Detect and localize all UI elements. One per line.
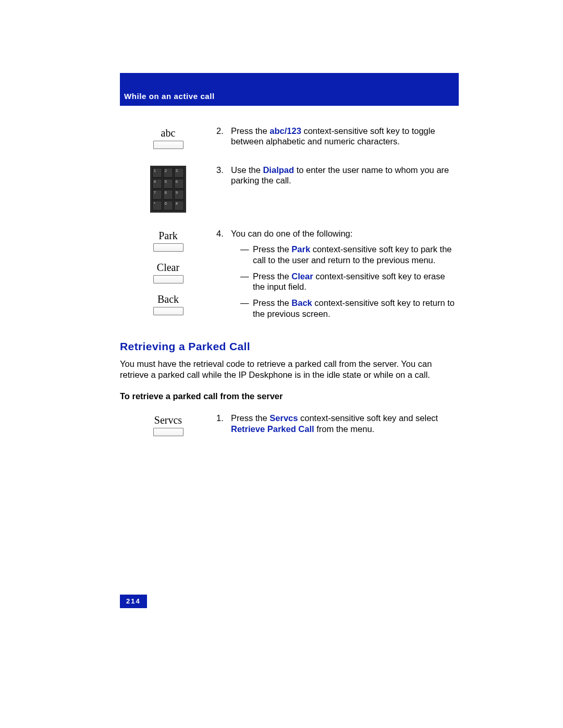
dialpad-icon: 123 456 789 *0#: [150, 166, 186, 213]
park-button-icon: [153, 243, 183, 252]
step-2-text: 2. Press the abc/123 context-sensitive s…: [216, 126, 459, 149]
header-bar: While on an active call: [120, 73, 459, 106]
step-3-number: 3.: [216, 165, 231, 186]
step-3-visual: 123 456 789 *0#: [120, 165, 216, 213]
step-2-visual: abc: [120, 126, 216, 149]
step-2-row: abc 2. Press the abc/123 context-sensiti…: [120, 126, 459, 149]
back-softkey: Back: [153, 293, 183, 315]
step-4-options: — Press the Park context-sensitive soft …: [231, 244, 459, 319]
clear-button-icon: [153, 275, 183, 283]
step-3-body: Use the Dialpad to enter the user name t…: [231, 165, 459, 186]
step-4-text: 4. You can do one of the following: — Pr…: [216, 228, 459, 324]
retrieve-step-1-body: Press the Servcs context-sensitive soft …: [231, 413, 459, 434]
step-4-body: You can do one of the following: — Press…: [231, 228, 459, 324]
clear-keyword: Clear: [291, 272, 313, 281]
abc-softkey: abc: [153, 127, 183, 149]
step-4-visual: Park Clear Back: [120, 228, 216, 324]
clear-label: Clear: [157, 261, 179, 274]
retrieve-step-1-visual: Servcs: [120, 413, 216, 436]
section-paragraph: You must have the retrieval code to retr…: [120, 359, 459, 380]
servcs-keyword: Servcs: [270, 413, 298, 423]
abc123-keyword: abc/123: [270, 126, 301, 135]
dialpad-keyword: Dialpad: [263, 165, 294, 175]
step-2-number: 2.: [216, 126, 231, 147]
section-subhead: To retrieve a parked call from the serve…: [120, 391, 459, 402]
back-label: Back: [157, 293, 179, 306]
manual-page: While on an active call abc 2. Press the…: [0, 0, 563, 728]
step-2-body: Press the abc/123 context-sensitive soft…: [231, 126, 459, 147]
step-3-text: 3. Use the Dialpad to enter the user nam…: [216, 165, 459, 213]
back-keyword: Back: [291, 298, 312, 307]
option-back: — Press the Back context-sensitive soft …: [240, 298, 459, 319]
section-title: Retrieving a Parked Call: [120, 340, 459, 353]
servcs-label: Servcs: [154, 414, 182, 427]
retrieve-parked-keyword: Retrieve Parked Call: [231, 424, 314, 434]
servcs-button-icon: [153, 428, 183, 436]
park-keyword: Park: [291, 244, 310, 254]
retrieve-step-1-row: Servcs 1. Press the Servcs context-sensi…: [120, 413, 459, 436]
header-title: While on an active call: [124, 92, 215, 101]
servcs-softkey: Servcs: [153, 414, 183, 436]
step-4-number: 4.: [216, 228, 231, 324]
back-button-icon: [153, 307, 183, 315]
step-3-row: 123 456 789 *0# 3. Use the Dialpad to en…: [120, 165, 459, 213]
abc-label: abc: [161, 127, 176, 140]
page-number: 214: [126, 597, 141, 605]
option-park: — Press the Park context-sensitive soft …: [240, 244, 459, 265]
abc-button-icon: [153, 141, 183, 149]
page-number-bar: 214: [120, 595, 147, 608]
step-4-row: Park Clear Back 4. You can do one of the…: [120, 228, 459, 324]
retrieve-step-1-text: 1. Press the Servcs context-sensitive so…: [216, 413, 459, 436]
park-softkey: Park: [153, 229, 183, 252]
option-clear: — Press the Clear context-sensitive soft…: [240, 271, 459, 292]
park-label: Park: [158, 229, 178, 242]
clear-softkey: Clear: [153, 261, 183, 283]
retrieve-step-1-number: 1.: [216, 413, 231, 434]
